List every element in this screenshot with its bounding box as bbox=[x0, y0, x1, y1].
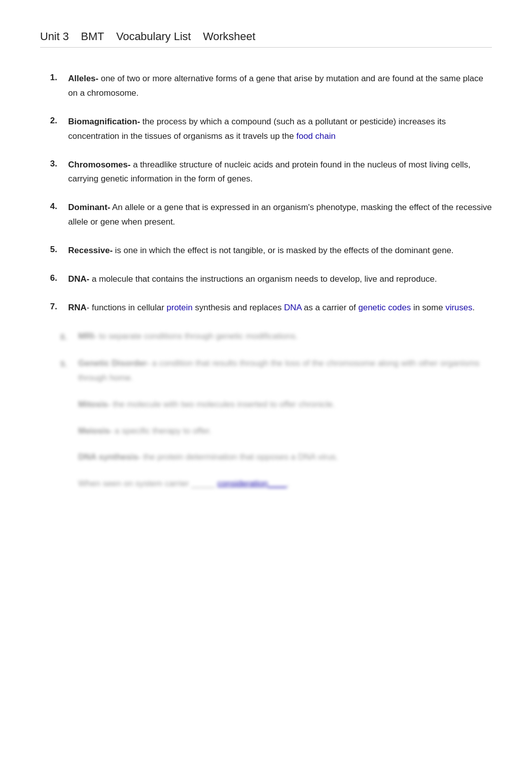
list-item: 2. Biomagnification- the process by whic… bbox=[40, 115, 492, 144]
item-content: Recessive- is one in which the effect is… bbox=[68, 244, 492, 258]
item-number: 6. bbox=[50, 272, 68, 287]
vocab-term: Dominant- bbox=[68, 203, 110, 212]
vocab-definition-mid: synthesis and replaces bbox=[193, 303, 284, 312]
list-item: 4. Dominant- An allele or a gene that is… bbox=[40, 201, 492, 230]
blurred-section: 8. MRI- to separate conditions through g… bbox=[40, 329, 492, 491]
food-chain-link[interactable]: food chain bbox=[296, 131, 335, 141]
vocab-term: Chromosomes- bbox=[68, 160, 131, 169]
item-number: 5. bbox=[50, 244, 68, 258]
dna-link[interactable]: DNA bbox=[284, 303, 302, 312]
protein-link[interactable]: protein bbox=[167, 303, 193, 312]
vocab-definition: An allele or a gene that is expressed in… bbox=[68, 203, 492, 227]
blurred-item: 9. Genetic Disorder- a condition that re… bbox=[40, 356, 492, 385]
list-item: 3. Chromosomes- a threadlike structure o… bbox=[40, 158, 492, 187]
list-item: 1. Alleles- one of two or more alternati… bbox=[40, 72, 492, 101]
item-content: When seen on system carrier _____ consid… bbox=[78, 477, 492, 491]
vocab-definition-final: . bbox=[472, 303, 475, 312]
vocab-term: DNA- bbox=[68, 274, 90, 284]
item-content: DNA synthesis- the protein determination… bbox=[78, 450, 492, 465]
blurred-item: Meiosis- a specific therapy to offer. bbox=[40, 424, 492, 439]
item-content: DNA- a molecule that contains the instru… bbox=[68, 272, 492, 287]
vocab-term: Biomagnification- bbox=[68, 117, 140, 126]
item-content: Dominant- An allele or a gene that is ex… bbox=[68, 201, 492, 230]
vocab-term: Mitosis- bbox=[78, 400, 110, 409]
blurred-item: DNA synthesis- the protein determination… bbox=[40, 450, 492, 465]
vocab-term: Meiosis- bbox=[78, 426, 112, 436]
vocab-term: Recessive- bbox=[68, 246, 113, 255]
item-content: Genetic Disorder- a condition that resul… bbox=[78, 356, 492, 385]
item-content: RNA- functions in cellular protein synth… bbox=[68, 301, 492, 315]
blurred-item: 8. MRI- to separate conditions through g… bbox=[40, 329, 492, 344]
vocab-list-label: Vocabulary List bbox=[116, 30, 191, 43]
worksheet-label: Worksheet bbox=[203, 30, 255, 43]
list-item: 7. RNA- functions in cellular protein sy… bbox=[40, 301, 492, 315]
item-content: Meiosis- a specific therapy to offer. bbox=[78, 424, 492, 439]
bmt-label: BMT bbox=[81, 30, 104, 43]
item-number: 7. bbox=[50, 301, 68, 315]
blurred-item: When seen on system carrier _____ consid… bbox=[40, 477, 492, 491]
item-content: Mitosis- the molecule with two molecules… bbox=[78, 398, 492, 412]
item-number: 2. bbox=[50, 115, 68, 144]
list-item: 5. Recessive- is one in which the effect… bbox=[40, 244, 492, 258]
vocab-term: RNA bbox=[68, 303, 87, 312]
item-number: 8. bbox=[60, 329, 78, 344]
page-header: Unit 3 BMT Vocabulary List Worksheet bbox=[40, 30, 492, 48]
blurred-item: Mitosis- the molecule with two molecules… bbox=[40, 398, 492, 412]
vocab-term: MRI- bbox=[78, 331, 97, 341]
item-content: Biomagnification- the process by which a… bbox=[68, 115, 492, 144]
vocab-definition-mid2: as a carrier of bbox=[302, 303, 358, 312]
item-content: Chromosomes- a threadlike structure of n… bbox=[68, 158, 492, 187]
item-content: Alleles- one of two or more alternative … bbox=[68, 72, 492, 101]
vocab-definition: is one in which the effect is not tangib… bbox=[113, 246, 454, 255]
genetic-codes-link[interactable]: genetic codes bbox=[358, 303, 411, 312]
unit-label: Unit 3 bbox=[40, 30, 69, 43]
vocab-definition-end: in some bbox=[411, 303, 445, 312]
list-item: 6. DNA- a molecule that contains the ins… bbox=[40, 272, 492, 287]
item-number: 4. bbox=[50, 201, 68, 230]
vocab-definition: one of two or more alternative forms of … bbox=[68, 74, 483, 98]
vocabulary-list: 1. Alleles- one of two or more alternati… bbox=[40, 72, 492, 315]
vocab-definition-before: - functions in cellular bbox=[87, 303, 167, 312]
item-content: MRI- to separate conditions through gene… bbox=[78, 329, 492, 344]
vocab-term: DNA synthesis- bbox=[78, 452, 141, 462]
item-number: 9. bbox=[60, 356, 78, 385]
viruses-link[interactable]: viruses bbox=[445, 303, 472, 312]
item-number: 1. bbox=[50, 72, 68, 101]
vocab-term: Genetic Disorder- bbox=[78, 358, 150, 368]
vocab-term: Alleles- bbox=[68, 74, 98, 83]
vocab-definition: a molecule that contains the instruction… bbox=[90, 274, 437, 284]
item-number: 3. bbox=[50, 158, 68, 187]
